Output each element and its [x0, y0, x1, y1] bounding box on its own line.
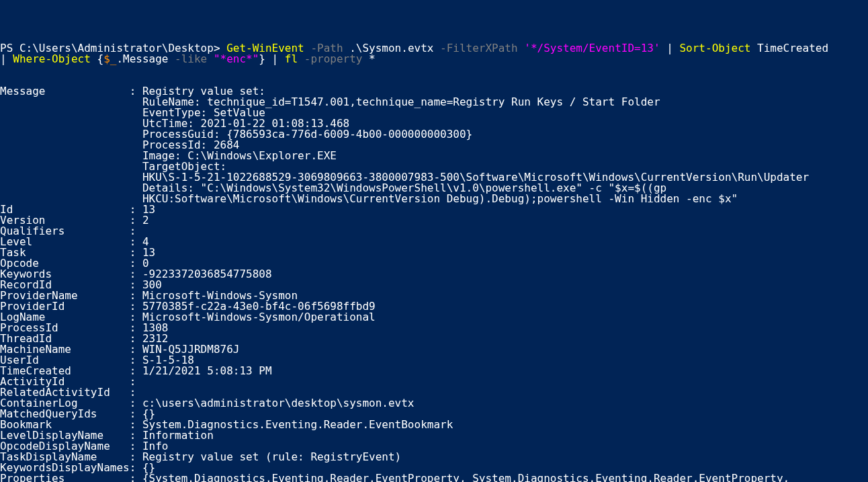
- sort-arg: TimeCreated: [750, 42, 828, 54]
- prompt-line-2: | Where-Object {$_.Message -like "*enc*"…: [0, 52, 376, 65]
- dot-message: .Message: [116, 52, 168, 65]
- flag-property: -property: [298, 52, 362, 65]
- flag-filterxpath: -FilterXPath: [433, 42, 517, 54]
- brace-open: {: [91, 52, 103, 65]
- star-arg: *: [362, 52, 375, 65]
- output-block: Message : Registry value set: RuleName: …: [0, 85, 809, 482]
- cmd-where-object: Where-Object: [13, 52, 91, 65]
- cmd-fl: fl: [285, 52, 298, 65]
- dollar-underscore: $_: [103, 52, 116, 65]
- filter-value: '*/System/EventID=13': [518, 42, 660, 54]
- terminal[interactable]: PS C:\Users\Administrator\Desktop> Get-W…: [0, 43, 868, 482]
- like-operator: -like: [168, 52, 207, 65]
- like-value: "*enc*": [207, 52, 259, 65]
- cmd-sort-object: Sort-Object: [679, 42, 750, 54]
- pipe-1: |: [660, 42, 680, 54]
- pipe-2: |: [265, 52, 285, 65]
- brace-close: }: [259, 52, 265, 65]
